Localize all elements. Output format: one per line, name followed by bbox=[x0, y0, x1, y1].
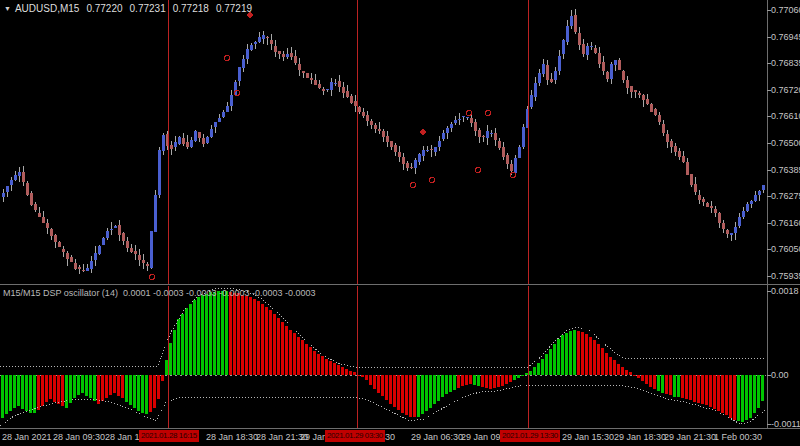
time-label: 29 Jan 06:30 bbox=[411, 431, 463, 443]
signal-marker bbox=[225, 56, 230, 61]
axis-tick-label: 0.76275 bbox=[771, 191, 800, 201]
signal-marker bbox=[411, 183, 416, 188]
chart-window: ▼AUDUSD,M150.772200.772310.772180.77219 … bbox=[0, 0, 800, 446]
time-label: 29 Jan bbox=[300, 431, 327, 443]
signal-marker bbox=[430, 178, 435, 183]
chart-title: ▼AUDUSD,M150.772200.772310.772180.77219 bbox=[4, 3, 252, 16]
signal-markers-layer bbox=[150, 11, 516, 280]
time-label: 28 Jan 2021 bbox=[2, 431, 52, 443]
axis-tick-label: 0.76160 bbox=[771, 218, 800, 228]
vertical-lines-layer bbox=[169, 0, 529, 284]
axis-tick-label: 0.0018 bbox=[771, 286, 799, 296]
time-label: 29 Jan 21:30 bbox=[664, 431, 716, 443]
price-axis[interactable]: 0.770600.769450.768350.767200.766100.765… bbox=[768, 0, 800, 284]
oscillator-histogram-layer bbox=[1, 291, 764, 422]
axis-tick-label: 0.00 bbox=[771, 370, 789, 380]
axis-tick-label: 0.75935 bbox=[771, 271, 800, 281]
vline-time-badge[interactable]: 2021.01.28 16:15 bbox=[139, 430, 199, 442]
symbol-period-label: AUDUSD,M15 bbox=[15, 3, 79, 14]
indicator-name-label: M15/M15 DSP oscillator (14) bbox=[3, 288, 118, 298]
oscillator-axis[interactable]: 0.00180.00-0.0011 bbox=[768, 286, 800, 428]
time-label: 29 Jan 15:30 bbox=[562, 431, 614, 443]
axis-tick-label: 0.76610 bbox=[771, 111, 800, 121]
indicator-values-label: 0.0001 -0.0003 -0.0003 -0.0003 -0.0003 -… bbox=[123, 288, 316, 298]
wicks-layer bbox=[4, 9, 764, 274]
time-label: 30 bbox=[385, 431, 395, 443]
time-label: 28 Jan 18:30 bbox=[206, 431, 258, 443]
oscillator-panel[interactable] bbox=[0, 286, 767, 428]
signal-marker bbox=[467, 111, 472, 116]
signal-marker bbox=[150, 275, 155, 280]
time-label: 1 Feb 00:30 bbox=[714, 431, 762, 443]
signal-marker bbox=[486, 111, 491, 116]
axis-tick-label: 0.76385 bbox=[771, 165, 800, 175]
axis-tick-label: 0.76050 bbox=[771, 244, 800, 254]
time-label: 29 Jan 18:30 bbox=[614, 431, 666, 443]
vline-time-badge[interactable]: 2021.01.29 13:30 bbox=[500, 430, 560, 442]
band-line bbox=[0, 288, 766, 367]
axis-tick-label: 0.76720 bbox=[771, 85, 800, 95]
time-axis[interactable]: 28 Jan 202128 Jan 09:3028 Jan 12:32021.0… bbox=[0, 429, 800, 446]
price-chart-panel[interactable] bbox=[0, 0, 767, 284]
quote-open: 0.77220 bbox=[86, 3, 122, 14]
axis-tick-label: -0.0011 bbox=[771, 419, 800, 429]
quote-high: 0.77231 bbox=[130, 3, 166, 14]
axis-tick-label: 0.76500 bbox=[771, 138, 800, 148]
symbol-dropdown-icon[interactable]: ▼ bbox=[4, 3, 11, 15]
quote-close: 0.77219 bbox=[216, 3, 252, 14]
indicator-title: M15/M15 DSP oscillator (14)0.0001 -0.000… bbox=[3, 288, 316, 299]
signal-marker bbox=[476, 168, 481, 173]
axis-tick-label: 0.76945 bbox=[771, 32, 800, 42]
panel-separator[interactable] bbox=[0, 284, 800, 285]
quote-low: 0.77218 bbox=[173, 3, 209, 14]
time-label: 28 Jan 09:30 bbox=[53, 431, 105, 443]
signal-marker bbox=[420, 128, 426, 136]
axis-tick-label: 0.77060 bbox=[771, 5, 800, 15]
vline-time-badge[interactable]: 2021.01.29 03:30 bbox=[325, 430, 385, 442]
axis-tick-label: 0.76835 bbox=[771, 58, 800, 68]
candles-layer bbox=[2, 15, 765, 271]
